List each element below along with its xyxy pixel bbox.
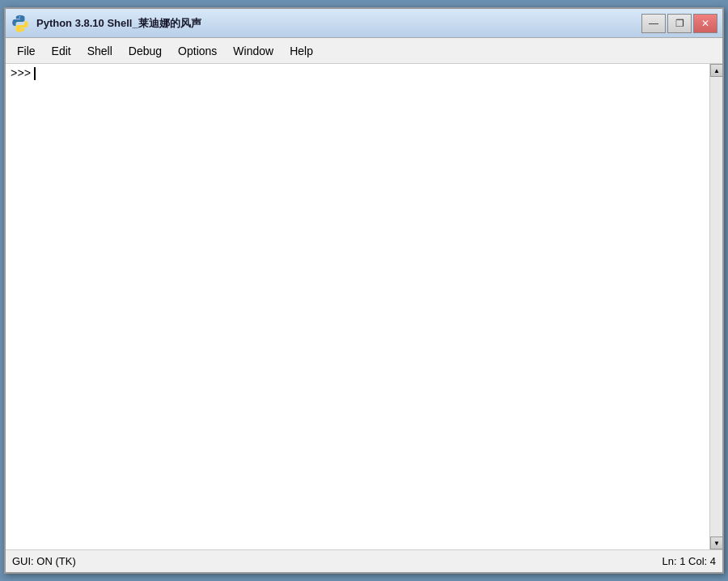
status-gui: GUI: ON (TK) xyxy=(12,555,76,567)
maximize-button[interactable]: ❐ xyxy=(667,14,692,33)
menu-bar: File Edit Shell Debug Options Window Hel… xyxy=(6,38,722,64)
shell-cursor xyxy=(34,67,36,80)
window-controls: — ❐ ✕ xyxy=(641,14,717,33)
menu-help[interactable]: Help xyxy=(281,41,321,61)
scrollbar: ▲ ▼ xyxy=(709,64,722,549)
menu-debug[interactable]: Debug xyxy=(121,41,170,61)
shell-prompt: >>> xyxy=(11,67,31,80)
prompt-line: >>> xyxy=(11,67,705,80)
status-bar: GUI: ON (TK) Ln: 1 Col: 4 xyxy=(6,549,722,572)
menu-options[interactable]: Options xyxy=(170,41,225,61)
scroll-track[interactable] xyxy=(710,77,722,536)
scroll-up-button[interactable]: ▲ xyxy=(710,64,722,77)
menu-file[interactable]: File xyxy=(9,41,44,61)
status-position: Ln: 1 Col: 4 xyxy=(662,555,717,567)
minimize-button[interactable]: — xyxy=(641,14,666,33)
window-title: Python 3.8.10 Shell_莱迪娜的风声 xyxy=(36,16,641,31)
python-icon xyxy=(11,14,30,33)
main-window: Python 3.8.10 Shell_莱迪娜的风声 — ❐ ✕ File Ed… xyxy=(4,7,724,574)
menu-window[interactable]: Window xyxy=(225,41,281,61)
title-bar: Python 3.8.10 Shell_莱迪娜的风声 — ❐ ✕ xyxy=(6,9,722,38)
menu-edit[interactable]: Edit xyxy=(44,41,79,61)
close-button[interactable]: ✕ xyxy=(693,14,717,33)
shell-content: >>> ▲ ▼ xyxy=(6,64,722,549)
menu-shell[interactable]: Shell xyxy=(79,41,121,61)
scroll-down-button[interactable]: ▼ xyxy=(710,536,722,549)
shell-text-area[interactable]: >>> xyxy=(6,64,709,549)
